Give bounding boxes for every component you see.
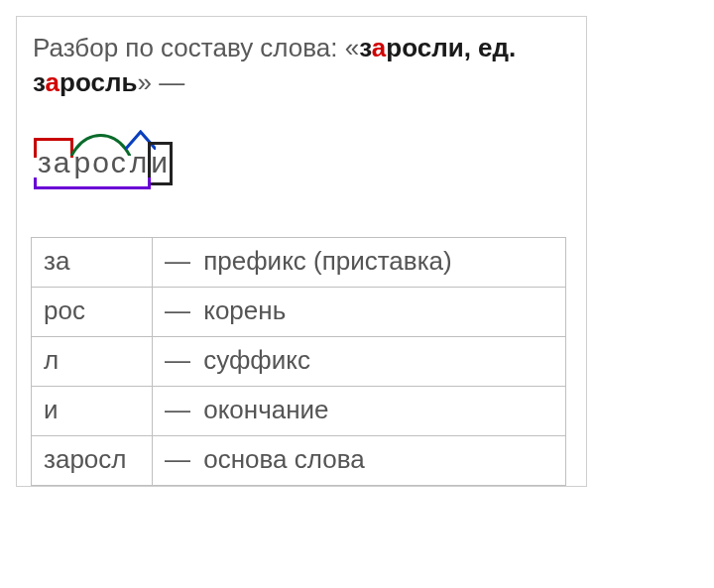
description-cell: — основа слова	[153, 436, 566, 486]
morpheme-table: за— префикс (приставка)рос— кореньл— суф…	[31, 237, 566, 486]
table-row: за— префикс (приставка)	[32, 238, 566, 288]
description-cell: — префикс (приставка)	[153, 238, 566, 288]
title-word2-hl: а	[46, 67, 60, 97]
description-text: основа слова	[196, 444, 365, 474]
description-text: окончание	[196, 395, 329, 424]
description-text: суффикс	[196, 345, 310, 375]
title-word2-p1: з	[33, 67, 46, 97]
dash-icon: —	[165, 246, 196, 277]
morpheme-cell: л	[32, 337, 153, 387]
segment-ending: и	[150, 146, 171, 179]
description-cell: — корень	[153, 288, 566, 337]
title-word2-rest: росль	[60, 67, 137, 97]
morpheme-word: за рос л и	[37, 126, 570, 179]
title-line: Разбор по составу слова: «заросли, ед. з…	[33, 31, 570, 100]
table-row: рос— корень	[32, 288, 566, 337]
description-cell: — суффикс	[153, 337, 566, 387]
title-dash: —	[159, 67, 184, 97]
base-bracket-icon	[34, 177, 151, 189]
description-text: корень	[196, 295, 286, 325]
dash-icon: —	[165, 395, 196, 425]
description-text: префикс (приставка)	[196, 246, 452, 276]
page: Разбор по составу слова: «заросли, ед. з…	[0, 0, 714, 487]
morpheme-cell: за	[32, 238, 153, 288]
dash-icon: —	[165, 345, 196, 376]
segment-root: рос	[72, 146, 128, 179]
table-row: л— суффикс	[32, 337, 566, 387]
segment-suffix: л	[129, 146, 151, 179]
title-word1-hl: а	[372, 33, 386, 62]
morpheme-diagram: за рос л и	[37, 126, 570, 197]
table-row: заросл— основа слова	[32, 436, 566, 486]
ending-text: и	[150, 146, 171, 178]
dash-icon: —	[165, 444, 196, 475]
title-sep: , ед.	[464, 33, 517, 62]
title-word1-p1: з	[359, 33, 372, 62]
morpheme-cell: и	[32, 387, 153, 436]
dash-icon: —	[165, 295, 196, 326]
title-close: »	[137, 67, 159, 97]
description-cell: — окончание	[153, 387, 566, 436]
morpheme-cell: заросл	[32, 436, 153, 486]
morpheme-cell: рос	[32, 288, 153, 337]
content-card: Разбор по составу слова: «заросли, ед. з…	[16, 16, 587, 487]
title-word1-rest: росли	[386, 33, 463, 62]
prefix-text: за	[37, 146, 72, 178]
segment-prefix: за	[37, 146, 72, 179]
title-lead: Разбор по составу слова: «	[33, 33, 359, 62]
table-row: и— окончание	[32, 387, 566, 436]
suffix-text: л	[129, 146, 151, 178]
root-text: рос	[72, 146, 128, 178]
